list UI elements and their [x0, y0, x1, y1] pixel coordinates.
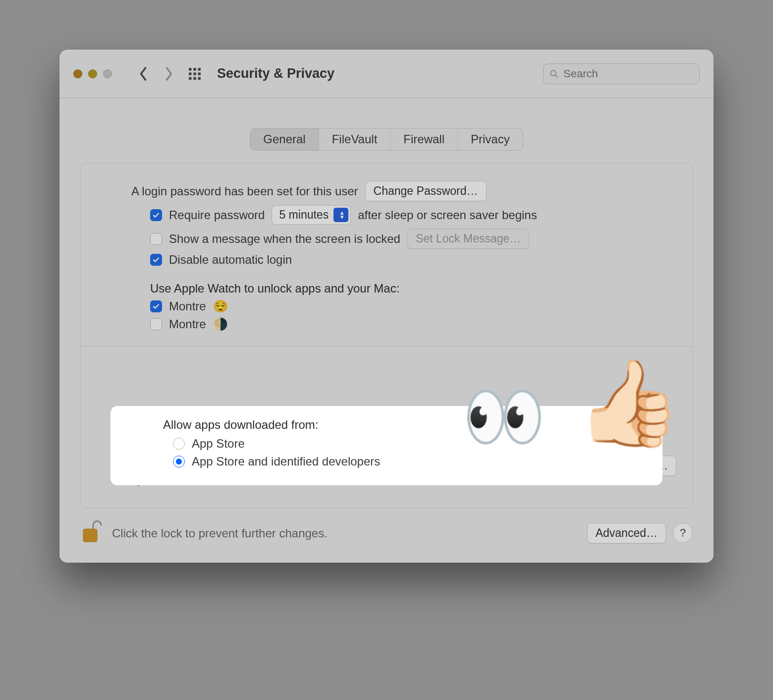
check-icon	[152, 302, 160, 310]
svg-rect-8	[198, 77, 201, 79]
set-lock-message-button[interactable]: Set Lock Message…	[407, 229, 529, 249]
tab-segment: General FileVault Firewall Privacy	[250, 128, 523, 151]
advanced-button[interactable]: Advanced…	[587, 523, 666, 543]
search-field[interactable]	[543, 63, 700, 84]
titlebar: Security & Privacy	[59, 50, 714, 98]
allow-apps-option-1: App Store and identified developers	[192, 455, 380, 468]
grid-icon	[188, 67, 201, 80]
close-window-button[interactable]	[73, 69, 82, 78]
zoom-window-button[interactable]	[103, 69, 112, 78]
preferences-window: Security & Privacy General FileVault Fir…	[59, 50, 714, 563]
svg-rect-2	[198, 68, 201, 70]
tab-filevault[interactable]: FileVault	[319, 128, 391, 150]
apple-watch-1-emoji: 😌	[213, 299, 228, 313]
help-button[interactable]: ?	[673, 523, 693, 543]
tab-general[interactable]: General	[250, 128, 319, 150]
svg-rect-3	[189, 72, 191, 75]
allow-apps-radio-identified[interactable]	[173, 456, 185, 467]
svg-rect-6	[189, 77, 191, 79]
tab-firewall[interactable]: Firewall	[390, 128, 458, 150]
chevron-right-icon	[164, 66, 174, 81]
svg-rect-1	[193, 68, 196, 70]
require-password-delay-value: 5 minutes	[279, 208, 329, 221]
lock-button[interactable]	[80, 519, 102, 548]
apple-watch-2-emoji: 🌗	[213, 317, 228, 331]
apple-watch-1-label: Montre	[169, 299, 206, 313]
change-password-button[interactable]: Change Password…	[365, 181, 487, 201]
select-arrows-icon: ▲▼	[339, 211, 345, 220]
disable-auto-login-label: Disable automatic login	[169, 253, 292, 267]
require-password-prefix: Require password	[169, 208, 265, 222]
forward-button[interactable]	[161, 65, 177, 82]
allow-apps-heading: Allow apps downloaded from:	[163, 418, 645, 432]
show-all-button[interactable]	[186, 65, 203, 82]
check-icon	[152, 256, 160, 264]
apple-watch-heading: Use Apple Watch to unlock apps and your …	[150, 282, 676, 295]
require-password-delay-select[interactable]: 5 minutes ▲▼	[272, 205, 351, 225]
allow-apps-option-0: App Store	[192, 437, 245, 451]
svg-rect-7	[193, 77, 196, 79]
apple-watch-1-checkbox[interactable]	[150, 300, 162, 312]
search-input[interactable]	[563, 67, 693, 80]
check-icon	[152, 211, 160, 219]
svg-rect-4	[193, 72, 196, 75]
thumbs-up-emoji-overlay: 👍🏻	[576, 360, 681, 445]
divider	[81, 346, 692, 347]
apple-watch-2-checkbox[interactable]	[150, 318, 162, 330]
search-icon	[550, 69, 558, 79]
require-password-checkbox[interactable]	[150, 209, 162, 221]
window-title: Security & Privacy	[217, 66, 334, 81]
tab-bar: General FileVault Firewall Privacy	[80, 128, 693, 151]
svg-rect-5	[198, 72, 201, 75]
require-password-suffix: after sleep or screen saver begins	[358, 208, 537, 222]
back-button[interactable]	[135, 65, 152, 82]
disable-auto-login-checkbox[interactable]	[150, 254, 162, 266]
lock-open-icon	[80, 519, 102, 545]
svg-line-10	[555, 75, 557, 77]
lock-message: Click the lock to prevent further change…	[112, 526, 328, 540]
content-area: General FileVault Firewall Privacy A log…	[59, 98, 714, 508]
apple-watch-2-label: Montre	[169, 317, 206, 331]
show-message-checkbox[interactable]	[150, 233, 162, 245]
tab-privacy[interactable]: Privacy	[458, 128, 523, 150]
footer: Click the lock to prevent further change…	[59, 508, 714, 563]
show-message-label: Show a message when the screen is locked	[169, 232, 400, 246]
login-password-msg: A login password has been set for this u…	[131, 184, 358, 198]
eyes-emoji-overlay: 👀	[462, 383, 546, 450]
allow-apps-radio-appstore[interactable]	[173, 438, 185, 450]
svg-rect-0	[189, 68, 191, 70]
general-panel: A login password has been set for this u…	[80, 163, 693, 508]
traffic-lights	[73, 69, 112, 78]
chevron-left-icon	[138, 66, 148, 81]
minimize-window-button[interactable]	[88, 69, 97, 78]
